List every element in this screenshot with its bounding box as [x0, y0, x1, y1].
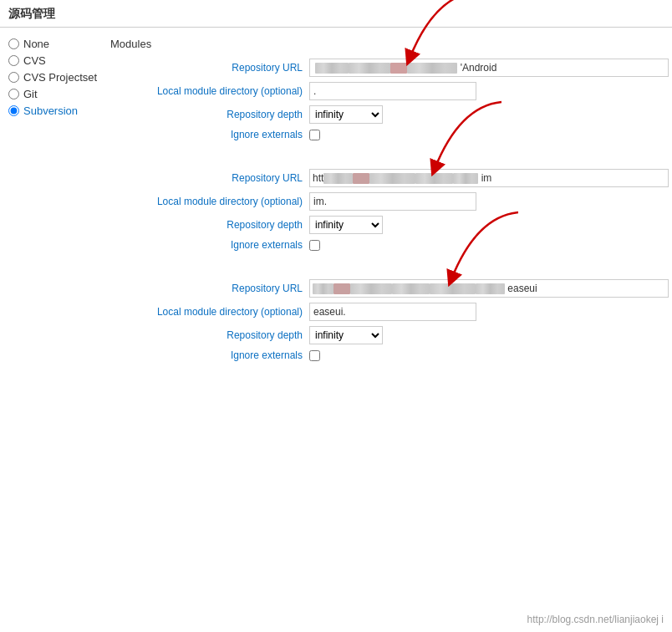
depth-select-1[interactable]: infinity empty files immediates: [309, 105, 383, 124]
url-input-3[interactable]: easeui: [309, 279, 669, 298]
url-label-1: Repository URL: [109, 62, 309, 74]
scm-option-subversion[interactable]: Subversion: [8, 104, 100, 117]
dir-input-1[interactable]: [309, 82, 476, 100]
url-form-row-1: Repository URL 'Android: [109, 59, 669, 77]
module-block-2: Repository URL htt im Local mo: [109, 169, 669, 264]
url-row-2: Repository URL htt im: [109, 169, 669, 187]
ignore-checkbox-2[interactable]: [309, 240, 320, 251]
dir-input-2[interactable]: [309, 192, 476, 211]
url-row-1: Repository URL 'Android: [109, 59, 669, 77]
module-block-1: Repository URL 'Android Local module dir…: [109, 59, 669, 154]
ignore-checkbox-3[interactable]: [309, 350, 320, 361]
ignore-label-3: Ignore externals: [109, 349, 309, 361]
scm-option-cvs[interactable]: CVS: [8, 54, 100, 67]
ignore-form-row-3: Ignore externals: [109, 349, 669, 361]
modules-panel: Modules Repository URL: [109, 38, 672, 390]
ignore-checkbox-1[interactable]: [309, 130, 320, 140]
dir-label-3: Local module directory (optional): [109, 306, 309, 318]
depth-label-3: Repository depth: [109, 329, 309, 341]
main-content: None CVS CVS Projectset Git Subversion M…: [0, 34, 672, 393]
scm-options-panel: None CVS CVS Projectset Git Subversion: [0, 38, 109, 390]
depth-label-2: Repository depth: [109, 219, 309, 231]
depth-form-row-1: Repository depth infinity empty files im…: [109, 105, 669, 124]
depth-select-3[interactable]: infinity empty files immediates: [309, 326, 383, 344]
depth-label-1: Repository depth: [109, 109, 309, 120]
scm-radio-subversion[interactable]: [8, 105, 19, 116]
scm-label-git: Git: [23, 88, 38, 100]
module-block-3: Repository URL easeui Local m: [109, 279, 669, 375]
dir-input-3[interactable]: [309, 303, 476, 321]
url-input-1[interactable]: 'Android: [309, 59, 669, 77]
url-row-3: Repository URL easeui: [109, 279, 669, 298]
ignore-label-2: Ignore externals: [109, 239, 309, 251]
scm-option-git[interactable]: Git: [8, 88, 100, 100]
depth-form-row-2: Repository depth infinity empty files im…: [109, 216, 669, 234]
url-form-row-2: Repository URL htt im: [109, 169, 669, 187]
scm-radio-none[interactable]: [8, 38, 19, 49]
ignore-label-1: Ignore externals: [109, 129, 309, 140]
depth-select-2[interactable]: infinity empty files immediates: [309, 216, 383, 234]
dir-form-row-1: Local module directory (optional): [109, 82, 669, 100]
scm-option-cvs-projectset[interactable]: CVS Projectset: [8, 71, 100, 84]
scm-label-cvs: CVS: [23, 54, 46, 67]
bottom-link: http://blog.csdn.net/lianjiaokej i: [527, 614, 664, 625]
depth-form-row-3: Repository depth infinity empty files im…: [109, 326, 669, 344]
dir-label-2: Local module directory (optional): [109, 196, 309, 207]
url-input-2[interactable]: htt im: [309, 169, 669, 187]
dir-label-1: Local module directory (optional): [109, 85, 309, 97]
scm-label-cvs-projectset: CVS Projectset: [23, 71, 97, 84]
dir-form-row-2: Local module directory (optional): [109, 192, 669, 211]
url-label-2: Repository URL: [109, 172, 309, 184]
url-label-3: Repository URL: [109, 283, 309, 294]
scm-radio-git[interactable]: [8, 89, 19, 99]
modules-label: Modules: [109, 38, 669, 50]
page-wrapper: 源码管理 None CVS CVS Projectset Git Subv: [0, 0, 672, 393]
ignore-form-row-2: Ignore externals: [109, 239, 669, 251]
dir-form-row-3: Local module directory (optional): [109, 303, 669, 321]
scm-option-none[interactable]: None: [8, 38, 100, 50]
scm-label-subversion: Subversion: [23, 104, 78, 117]
url-form-row-3: Repository URL easeui: [109, 279, 669, 298]
scm-radio-cvs-projectset[interactable]: [8, 72, 19, 83]
page-title: 源码管理: [0, 0, 672, 28]
ignore-form-row-1: Ignore externals: [109, 129, 669, 140]
scm-radio-cvs[interactable]: [8, 55, 19, 66]
scm-label-none: None: [23, 38, 49, 50]
